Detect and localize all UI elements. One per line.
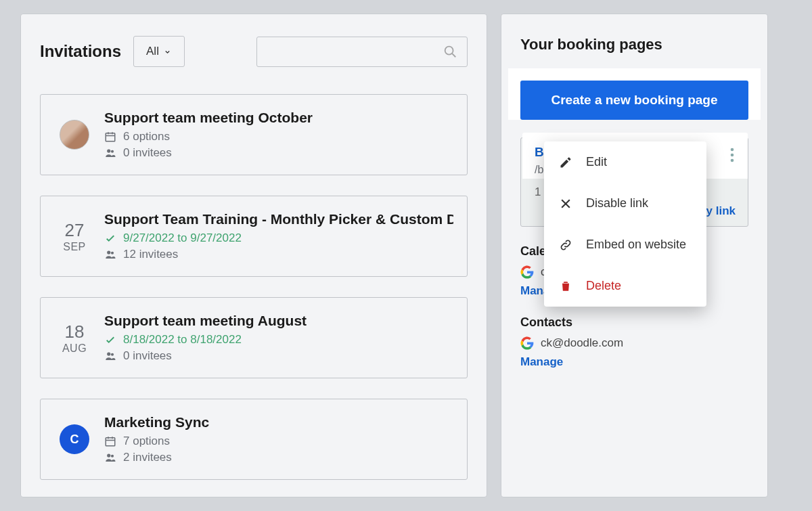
svg-point-19 (731, 154, 734, 157)
filter-label: All (146, 45, 159, 58)
check-icon (104, 232, 116, 244)
invitation-title: Support Team Training - Monthly Picker &… (104, 211, 453, 227)
invitations-heading: Invitations (40, 42, 121, 61)
menu-item-edit[interactable]: Edit (544, 141, 706, 183)
invitees-icon (104, 248, 116, 261)
calendar-icon (104, 435, 116, 447)
google-icon (520, 265, 534, 279)
menu-item-label: Delete (586, 279, 621, 293)
svg-rect-2 (106, 133, 115, 141)
invitation-content: Support team meeting August 8/18/2022 to… (104, 313, 453, 363)
contacts-section-heading: Contacts (520, 315, 748, 330)
svg-point-20 (731, 159, 734, 162)
invitation-content: Marketing Sync 7 options 2 invitees (104, 414, 453, 464)
contacts-manage-link[interactable]: Manage (520, 355, 563, 369)
date-badge: 18 AUG (60, 321, 89, 355)
contacts-account-row: ck@doodle.com (520, 336, 748, 350)
invitees-icon (104, 350, 116, 362)
trash-icon (559, 280, 572, 293)
date-day: 18 (60, 321, 89, 342)
booking-page-dropdown-menu: Edit Disable link Embed on website Delet… (544, 141, 706, 307)
svg-point-11 (111, 353, 114, 356)
pencil-icon (559, 156, 572, 169)
invitation-options: 6 options (123, 130, 170, 143)
svg-point-0 (445, 47, 453, 55)
invitation-card[interactable]: 18 AUG Support team meeting August 8/18/… (40, 297, 468, 378)
booking-pages-heading: Your booking pages (520, 36, 748, 53)
booking-page-more-button[interactable] (722, 145, 742, 165)
invitation-content: Support team meeting October 6 options 0… (104, 110, 453, 160)
invitation-invitees: 0 invitees (123, 146, 172, 160)
invitations-panel: Invitations All Support team meeting Oct… (20, 14, 487, 497)
highlight-block: Create a new booking page (508, 68, 761, 120)
invitation-invitees: 0 invitees (123, 349, 172, 363)
chevron-down-icon (163, 47, 172, 56)
svg-point-10 (107, 352, 110, 355)
invitation-title: Support team meeting August (104, 313, 453, 329)
menu-item-embed[interactable]: Embed on website (544, 224, 706, 265)
invitees-icon (104, 451, 116, 464)
invitation-dates: 8/18/2022 to 8/18/2022 (123, 333, 242, 347)
date-day: 27 (60, 220, 89, 241)
calendar-icon (104, 131, 116, 143)
invitation-invitees: 12 invitees (123, 248, 178, 261)
invitation-content: Support Team Training - Monthly Picker &… (104, 211, 453, 261)
invitation-invitees: 2 invitees (123, 451, 172, 464)
svg-rect-12 (106, 438, 115, 446)
menu-item-disable[interactable]: Disable link (544, 183, 706, 224)
booking-pages-panel: Your booking pages Create a new booking … (501, 14, 768, 497)
menu-item-label: Embed on website (586, 238, 686, 252)
google-icon (520, 336, 534, 350)
close-icon (559, 197, 572, 210)
link-icon (559, 238, 572, 252)
invitation-options: 7 options (123, 435, 170, 448)
invitation-title: Support team meeting October (104, 110, 453, 126)
contacts-account-email: ck@doodle.com (541, 336, 623, 350)
more-vertical-icon (730, 148, 734, 162)
svg-point-8 (107, 250, 110, 254)
search-icon (443, 44, 457, 59)
menu-item-delete[interactable]: Delete (544, 265, 706, 307)
date-month: SEP (60, 241, 89, 253)
svg-point-6 (107, 149, 110, 152)
avatar: C (60, 424, 89, 454)
avatar (60, 120, 89, 150)
menu-item-label: Edit (586, 155, 607, 169)
svg-point-9 (111, 252, 114, 254)
invitations-header: Invitations All (40, 36, 468, 67)
svg-point-18 (731, 148, 734, 152)
invitation-title: Marketing Sync (104, 414, 453, 430)
date-month: AUG (60, 342, 89, 355)
check-icon (104, 334, 116, 346)
invitation-card[interactable]: Support team meeting October 6 options 0… (40, 94, 468, 175)
svg-line-1 (452, 53, 455, 57)
menu-item-label: Disable link (586, 196, 648, 210)
date-badge: 27 SEP (60, 220, 89, 253)
svg-point-7 (111, 150, 114, 153)
invitation-card[interactable]: 27 SEP Support Team Training - Monthly P… (40, 196, 468, 277)
create-booking-page-button[interactable]: Create a new booking page (520, 81, 748, 120)
svg-point-17 (111, 455, 114, 458)
filter-button[interactable]: All (133, 36, 185, 67)
invitation-card[interactable]: C Marketing Sync 7 options 2 invitees (40, 399, 468, 480)
search-input[interactable] (256, 37, 468, 67)
svg-point-16 (107, 453, 110, 457)
invitation-dates: 9/27/2022 to 9/27/2022 (123, 231, 242, 245)
avatar-letter: C (70, 432, 79, 447)
invitees-icon (104, 147, 116, 159)
